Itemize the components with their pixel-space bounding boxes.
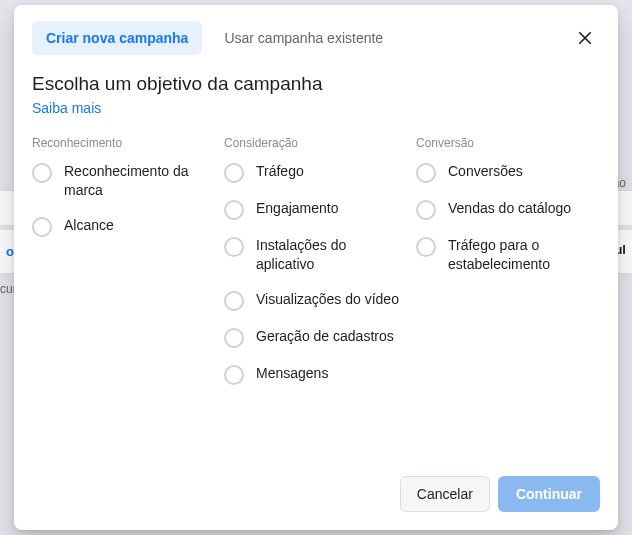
close-button[interactable] xyxy=(570,23,600,53)
objective-option[interactable]: Mensagens xyxy=(224,364,408,385)
learn-more-link[interactable]: Saiba mais xyxy=(32,100,101,116)
objective-option[interactable]: Reconhecimento da marca xyxy=(32,162,216,200)
radio-icon xyxy=(416,163,436,183)
objective-option[interactable]: Conversões xyxy=(416,162,600,183)
option-label: Reconhecimento da marca xyxy=(64,162,216,200)
column-header: Conversão xyxy=(416,136,600,150)
radio-icon xyxy=(416,237,436,257)
modal-content: Escolha um objetivo da campanha Saiba ma… xyxy=(14,65,618,462)
column-consideration: Consideração Tráfego Engajamento Instala… xyxy=(224,136,408,401)
objective-option[interactable]: Tráfego para o estabelecimento xyxy=(416,236,600,274)
tab-create-new[interactable]: Criar nova campanha xyxy=(32,21,202,55)
radio-icon xyxy=(224,237,244,257)
continue-button[interactable]: Continuar xyxy=(498,476,600,512)
radio-icon xyxy=(416,200,436,220)
objective-option[interactable]: Geração de cadastros xyxy=(224,327,408,348)
modal-title: Escolha um objetivo da campanha xyxy=(32,73,600,95)
column-awareness: Reconhecimento Reconhecimento da marca A… xyxy=(32,136,216,401)
cancel-button[interactable]: Cancelar xyxy=(400,476,490,512)
objective-option[interactable]: Engajamento xyxy=(224,199,408,220)
close-icon xyxy=(576,29,594,47)
modal-header: Criar nova campanha Usar campanha existe… xyxy=(14,5,618,65)
objective-option[interactable]: Vendas do catálogo xyxy=(416,199,600,220)
radio-icon xyxy=(224,291,244,311)
create-campaign-modal: Criar nova campanha Usar campanha existe… xyxy=(14,5,618,530)
option-label: Visualizações do vídeo xyxy=(256,290,405,309)
radio-icon xyxy=(224,200,244,220)
option-label: Instalações do aplicativo xyxy=(256,236,408,274)
column-conversion: Conversão Conversões Vendas do catálogo … xyxy=(416,136,600,401)
option-label: Alcance xyxy=(64,216,120,235)
option-label: Tráfego para o estabelecimento xyxy=(448,236,600,274)
objective-option[interactable]: Alcance xyxy=(32,216,216,237)
option-label: Mensagens xyxy=(256,364,334,383)
objective-option[interactable]: Instalações do aplicativo xyxy=(224,236,408,274)
option-label: Vendas do catálogo xyxy=(448,199,577,218)
option-label: Conversões xyxy=(448,162,529,181)
column-header: Consideração xyxy=(224,136,408,150)
radio-icon xyxy=(224,328,244,348)
option-label: Geração de cadastros xyxy=(256,327,400,346)
radio-icon xyxy=(224,365,244,385)
tab-use-existing[interactable]: Usar campanha existente xyxy=(210,21,397,55)
column-header: Reconhecimento xyxy=(32,136,216,150)
objective-option[interactable]: Visualizações do vídeo xyxy=(224,290,408,311)
option-label: Tráfego xyxy=(256,162,310,181)
objective-option[interactable]: Tráfego xyxy=(224,162,408,183)
modal-footer: Cancelar Continuar xyxy=(14,462,618,530)
radio-icon xyxy=(32,217,52,237)
objective-columns: Reconhecimento Reconhecimento da marca A… xyxy=(32,136,600,401)
radio-icon xyxy=(224,163,244,183)
radio-icon xyxy=(32,163,52,183)
option-label: Engajamento xyxy=(256,199,345,218)
